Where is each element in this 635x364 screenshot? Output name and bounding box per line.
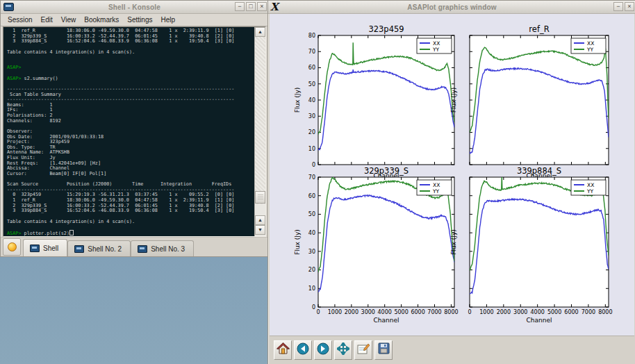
legend-label: XX bbox=[587, 40, 594, 47]
terminal-line bbox=[7, 60, 254, 66]
svg-text:3000: 3000 bbox=[513, 309, 527, 315]
y-axis-label: Flux (Jy) bbox=[450, 229, 457, 255]
svg-text:70: 70 bbox=[308, 174, 315, 181]
menu-settings[interactable]: Settings bbox=[123, 15, 156, 24]
legend-label: XX bbox=[433, 40, 440, 47]
svg-text:0: 0 bbox=[316, 309, 320, 315]
home-button[interactable] bbox=[274, 340, 292, 360]
terminal-line bbox=[7, 55, 254, 60]
subplot-config-button[interactable] bbox=[354, 340, 372, 360]
pan-icon bbox=[337, 342, 349, 358]
tab-shell-no-2[interactable]: Shell No. 2 bbox=[67, 240, 131, 256]
svg-text:10: 10 bbox=[308, 286, 315, 292]
terminal-line: Cursor: Beam[0] IF[0] Pol[1] bbox=[7, 172, 254, 177]
svg-text:2000: 2000 bbox=[497, 309, 511, 315]
scrollbar-thumb[interactable] bbox=[255, 191, 265, 204]
figure-canvas: Channel01020304050607080323p459Flux (Jy)… bbox=[270, 14, 634, 336]
svg-text:1000: 1000 bbox=[479, 309, 493, 315]
konsole-tabbar: ShellShell No. 2Shell No. 3 bbox=[1, 237, 268, 256]
asaplot-window-title: ASAPlot graphics window bbox=[268, 3, 635, 11]
svg-text:5000: 5000 bbox=[547, 309, 561, 315]
terminal-cursor bbox=[69, 230, 74, 235]
svg-text:8000: 8000 bbox=[598, 309, 612, 315]
y-axis-label: Flux (Jy) bbox=[450, 88, 457, 113]
legend-label: YY bbox=[432, 188, 440, 195]
svg-text:1000: 1000 bbox=[328, 309, 342, 315]
svg-text:50: 50 bbox=[308, 81, 315, 88]
tab-shell-no-3[interactable]: Shell No. 3 bbox=[131, 240, 194, 256]
svg-text:6000: 6000 bbox=[564, 309, 578, 315]
terminal-text[interactable]: 1 ref_R 18:30:06.0 -49.59.30.0 04:47:58 … bbox=[3, 27, 254, 236]
menu-view[interactable]: View bbox=[57, 15, 81, 24]
back-button[interactable] bbox=[294, 340, 312, 360]
subplot-title: 339p884_S bbox=[517, 166, 561, 176]
svg-text:8000: 8000 bbox=[444, 309, 458, 315]
menu-session[interactable]: Session bbox=[3, 15, 37, 24]
subplot-title: 323p459 bbox=[368, 24, 404, 34]
subplot-title: 329p339_S bbox=[364, 166, 409, 176]
new-session-icon bbox=[8, 242, 17, 251]
konsole-titlebar[interactable]: Shell - Konsole −□× bbox=[1, 1, 268, 14]
shell-tab-icon bbox=[138, 245, 147, 253]
tab-label: Shell bbox=[43, 245, 58, 252]
close-button[interactable]: × bbox=[257, 2, 267, 11]
scrollbar-track[interactable] bbox=[255, 37, 265, 204]
tab-shell[interactable]: Shell bbox=[23, 239, 67, 256]
svg-text:80: 80 bbox=[308, 33, 315, 39]
save-button[interactable] bbox=[374, 340, 393, 360]
svg-text:7000: 7000 bbox=[427, 309, 441, 315]
svg-text:50: 50 bbox=[308, 211, 315, 217]
terminal-line bbox=[7, 224, 254, 230]
konsole-app-icon bbox=[3, 3, 14, 11]
subplot-339p884_S: 010002000300040005000600070008000339p884… bbox=[450, 166, 612, 324]
svg-text:6000: 6000 bbox=[411, 309, 424, 315]
konsole-window: Shell - Konsole −□× SessionEditViewBookm… bbox=[0, 0, 269, 257]
svg-text:10: 10 bbox=[308, 146, 315, 152]
subplot-323p459: Channel01020304050607080323p459Flux (Jy)… bbox=[294, 24, 454, 179]
scroll-up-button[interactable]: ▲ bbox=[255, 27, 265, 37]
maximize-button[interactable]: □ bbox=[246, 2, 256, 11]
terminal-line: Channels: 8192 bbox=[7, 119, 254, 124]
minimize-button[interactable]: − bbox=[613, 2, 623, 11]
forward-button[interactable] bbox=[314, 340, 332, 360]
terminal-line: ASAP> bbox=[7, 65, 254, 71]
terminal-line: Table contains 4 integration(s) in 4 sca… bbox=[7, 50, 254, 56]
menu-bookmarks[interactable]: Bookmarks bbox=[80, 15, 123, 24]
terminal-scrollbar[interactable]: ▲ ▲ ▼ bbox=[254, 27, 265, 236]
svg-text:5000: 5000 bbox=[394, 309, 408, 315]
svg-text:4000: 4000 bbox=[378, 309, 392, 315]
terminal-line: 3 339p884_S 16:52:04.6 -46.08.33.9 06:36… bbox=[7, 208, 254, 214]
legend-label: YY bbox=[586, 47, 594, 53]
legend-label: YY bbox=[432, 47, 440, 53]
tab-label: Shell No. 3 bbox=[151, 245, 185, 253]
asaplot-window: X ASAPlot graphics window −× Channel0102… bbox=[267, 0, 635, 364]
scroll-up-button-2[interactable]: ▲ bbox=[255, 215, 265, 225]
svg-text:4000: 4000 bbox=[530, 309, 544, 315]
svg-text:3000: 3000 bbox=[361, 309, 375, 315]
legend-label: XX bbox=[433, 182, 440, 188]
terminal-area[interactable]: 1 ref_R 18:30:06.0 -49.59.30.0 04:47:58 … bbox=[3, 26, 266, 237]
pan-button[interactable] bbox=[334, 340, 352, 360]
svg-text:2000: 2000 bbox=[345, 309, 358, 315]
svg-text:0: 0 bbox=[312, 162, 315, 168]
close-button[interactable]: × bbox=[625, 2, 634, 11]
subplot-329p339_S: 0100020003000400050006000700080000102030… bbox=[294, 166, 459, 324]
svg-text:40: 40 bbox=[308, 97, 315, 104]
asaplot-titlebar[interactable]: X ASAPlot graphics window −× bbox=[268, 1, 635, 14]
svg-text:0: 0 bbox=[312, 304, 315, 311]
shell-tab-icon bbox=[30, 245, 40, 252]
terminal-line bbox=[7, 124, 254, 129]
asap-prompt: ASAP> bbox=[7, 231, 21, 236]
svg-text:30: 30 bbox=[308, 249, 315, 255]
menu-edit[interactable]: Edit bbox=[37, 15, 57, 24]
y-axis-label: Flux (Jy) bbox=[294, 229, 301, 255]
x-axis-label: Channel bbox=[527, 317, 552, 324]
legend-label: XX bbox=[587, 182, 594, 188]
menu-help[interactable]: Help bbox=[156, 15, 179, 24]
back-icon bbox=[297, 342, 309, 358]
new-session-button[interactable] bbox=[3, 238, 21, 256]
svg-text:60: 60 bbox=[308, 65, 315, 71]
scroll-down-button[interactable]: ▼ bbox=[255, 225, 265, 235]
legend-label: YY bbox=[586, 188, 594, 195]
minimize-button[interactable]: − bbox=[235, 2, 245, 11]
